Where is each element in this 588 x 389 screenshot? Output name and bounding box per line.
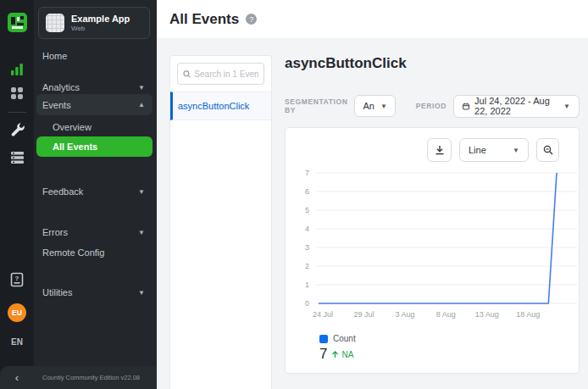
countly-logo-icon[interactable] [0,12,34,32]
segmentation-label: SEGMENTATION BY [285,97,347,114]
chevron-up-icon: ▲ [138,101,145,108]
collapse-sidebar-button[interactable]: ‹ [0,366,34,389]
management-wrench-icon[interactable] [0,120,34,137]
download-chart-button[interactable] [427,138,452,162]
svg-text:0: 0 [305,299,309,308]
content: asyncButtonClick asyncButtonClick SEGMEN… [157,38,588,389]
svg-text:1: 1 [305,281,309,289]
svg-text:3: 3 [305,243,309,252]
segmentation-value: An [363,101,374,111]
sidebar-item-feedback[interactable]: Feedback▼ [36,182,153,201]
event-search [177,63,264,85]
sidebar-item-events[interactable]: Events▲ [36,94,153,115]
chart-card: Line ▼ 0123456724 Jul29 Jul3 Aug8 Aug13 … [285,127,580,374]
period-label: PERIOD [416,102,447,110]
svg-text:29 Jul: 29 Jul [353,310,374,319]
period-datepicker[interactable]: Jul 24, 2022 - Aug 22, 2022 ▼ [453,95,580,118]
sidebar-item-label: All Events [53,142,97,152]
main-area: All Events ? asyncButtonClick asyncButto… [157,0,588,389]
data-manager-icon[interactable] [0,149,34,166]
svg-text:13 Aug: 13 Aug [475,310,499,319]
event-list-item[interactable]: asyncButtonClick [170,92,271,120]
help-doc-glyph: ? [10,272,24,287]
apps-grid-icon[interactable] [0,85,34,102]
language-selector[interactable]: EN [0,335,34,348]
count-trend: NA [331,350,353,359]
svg-text:8 Aug: 8 Aug [436,310,456,319]
wrench-glyph [10,122,25,136]
countly-logo-glyph [8,13,27,32]
countly-app-window: ? EU EN Example App Web HomeAnalytics▼Ev… [0,0,588,389]
sidebar-item-errors[interactable]: Errors▼ [36,223,153,242]
version-label: Countly Community Edition v22.08 [34,374,157,381]
sidebar-item-label: Events [42,100,71,110]
apps-grid-glyph [10,86,24,100]
count-change: NA [341,350,353,359]
sidebar-item-label: Errors [42,227,68,237]
search-icon [183,69,191,79]
page-title: All Events [169,11,239,28]
sidebar-item-label: Remote Config [42,247,104,258]
sidebar-footer: ‹ Countly Community Edition v22.08 [0,366,157,389]
chevron-down-icon: ▼ [380,103,387,110]
sidebar-item-remote-config[interactable]: Remote Config [36,243,153,262]
sidebar-item-label: Utilities [42,287,72,297]
sidebar-item-utilities[interactable]: Utilities▼ [36,283,153,302]
search-input[interactable] [194,69,258,79]
sidebar-item-label: Overview [53,122,92,132]
zoom-chart-button[interactable] [536,138,559,162]
user-avatar[interactable]: EU [0,303,34,323]
event-count-chart: 0123456724 Jul29 Jul3 Aug8 Aug13 Aug18 A… [291,166,579,325]
app-icon [46,14,64,32]
chevron-down-icon: ▼ [138,188,145,196]
bar-chart-glyph [10,63,24,76]
chevron-down-icon: ▼ [138,84,145,92]
chevron-down-icon: ▼ [513,147,519,154]
help-center-icon[interactable]: ? [0,271,34,288]
svg-text:7: 7 [305,169,309,177]
chart-toolbar: Line ▼ [427,138,559,162]
chart-type-dropdown[interactable]: Line ▼ [459,138,529,162]
sidebar-item-label: Analytics [42,82,80,92]
chevron-down-icon: ▼ [563,103,570,110]
sidebar-item-label: Home [42,51,67,61]
count-series-swatch [319,335,328,343]
chevron-down-icon: ▼ [138,229,145,236]
sidebar-item-home[interactable]: Home [36,47,153,65]
help-icon[interactable]: ? [246,14,257,25]
sidebar: Example App Web HomeAnalytics▼Events▲Ove… [34,0,157,389]
trend-up-icon [331,351,339,358]
rail-divider [8,112,26,113]
svg-text:3 Aug: 3 Aug [395,310,414,319]
sidebar-item-label: Feedback [42,186,83,197]
avatar-initials: EU [8,303,26,322]
svg-text:4: 4 [305,225,309,233]
chart-type-value: Line [469,145,486,155]
chevron-down-icon: ▼ [138,289,145,297]
svg-text:5: 5 [305,206,309,214]
icon-rail: ? EU EN [0,0,34,389]
topbar: All Events ? [157,0,588,38]
data-stack-glyph [10,151,25,164]
count-series-label: Count [333,334,356,343]
svg-text:6: 6 [305,187,309,196]
event-detail-title: asyncButtonClick [285,55,407,72]
app-platform: Web [71,25,130,32]
detail-controls: SEGMENTATION BY An ▼ PERIOD Jul 24, 2022… [285,94,580,118]
magnifier-icon [543,145,553,155]
svg-text:24 Jul: 24 Jul [313,310,333,319]
count-total: 7 [319,346,327,363]
chart-legend: Count 7 NA [319,334,356,363]
language-label: EN [11,337,23,347]
sidebar-item-all-events[interactable]: All Events [36,136,153,157]
segmentation-dropdown[interactable]: An ▼ [354,95,395,117]
sidebar-item-overview[interactable]: Overview [36,118,153,136]
svg-text:2: 2 [305,262,309,270]
event-list: asyncButtonClick [170,92,271,120]
events-list-card: asyncButtonClick [169,55,272,389]
app-selector[interactable]: Example App Web [38,7,150,39]
analytics-bar-chart-icon[interactable] [0,61,34,78]
download-icon [435,145,445,155]
svg-text:?: ? [15,275,19,282]
calendar-icon [463,102,469,111]
